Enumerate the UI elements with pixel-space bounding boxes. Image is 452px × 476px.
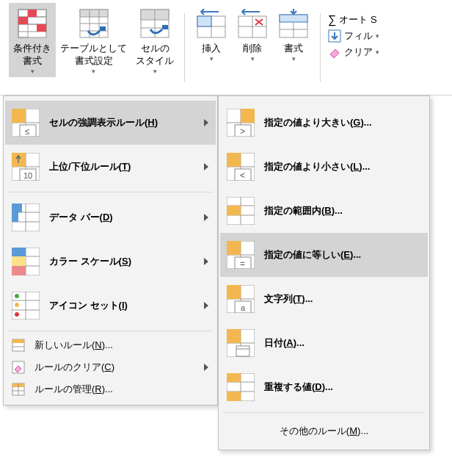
text-contains-item[interactable]: a 文字列(T)... — [220, 277, 428, 321]
clear-rules-icon — [11, 360, 26, 375]
menu-item-label: アイコン セット(I) — [49, 299, 204, 312]
menu-item-label: カラー スケール(S) — [49, 255, 204, 268]
chevron-down-icon: ▾ — [210, 55, 214, 64]
submenu-arrow-icon — [204, 119, 208, 126]
highlight-cells-rules-item[interactable]: ≤ セルの強調表示ルール(H) — [5, 101, 216, 145]
conditional-format-label: 条件付き 書式 — [13, 43, 51, 68]
manage-rules-icon — [11, 382, 26, 397]
insert-label: 挿入 — [202, 43, 221, 55]
svg-text:≤: ≤ — [25, 126, 30, 137]
duplicate-values-item[interactable]: 重複する値(D)... — [220, 365, 428, 409]
autosum-button[interactable]: ∑ オート S — [328, 13, 379, 26]
delete-button[interactable]: 削除 ▾ — [232, 3, 273, 65]
svg-rect-104 — [227, 329, 241, 343]
data-bars-item[interactable]: データ バー(D) — [5, 195, 216, 239]
conditional-format-menu: ≤ セルの強調表示ルール(H) 10 上位/下位ルール(T) データ バー(D)… — [3, 95, 218, 405]
greater-than-item[interactable]: > 指定の値より大きい(G)... — [220, 101, 428, 145]
clear-rules-item[interactable]: ルールのクリア(C) — [5, 356, 216, 378]
menu-item-label: 上位/下位ルール(T) — [49, 160, 204, 173]
new-rule-item[interactable]: 新しいルール(N)... — [5, 334, 216, 356]
chevron-down-icon: ▾ — [376, 32, 379, 40]
svg-rect-92 — [227, 241, 241, 255]
svg-text:>: > — [240, 126, 245, 137]
top-bottom-rules-item[interactable]: 10 上位/下位ルール(T) — [5, 145, 216, 189]
ribbon-group-editing: ∑ オート S フィル ▾ クリア ▾ — [321, 0, 382, 59]
manage-rules-item[interactable]: ルールの管理(R)... — [5, 378, 216, 400]
top-bottom-icon: 10 — [11, 152, 40, 181]
conditional-format-button[interactable]: 条件付き 書式 ▾ — [9, 3, 56, 77]
svg-rect-35 — [12, 109, 26, 123]
delete-label: 削除 — [243, 43, 262, 55]
eraser-icon — [328, 46, 341, 59]
format-as-table-button[interactable]: テーブルとして 書式設定 ▾ — [56, 3, 131, 77]
submenu-arrow-icon — [204, 214, 208, 221]
svg-rect-9 — [80, 10, 108, 17]
svg-rect-28 — [280, 15, 307, 22]
svg-text:=: = — [240, 259, 245, 269]
equal-to-item[interactable]: = 指定の値に等しい(E)... — [220, 233, 428, 277]
fill-down-icon — [328, 29, 341, 43]
submenu-arrow-icon — [204, 364, 208, 371]
date-occurring-item[interactable]: 日付(A)... — [220, 321, 428, 365]
less-than-item[interactable]: < 指定の値より小さい(L)... — [220, 145, 428, 189]
color-scales-icon — [11, 247, 40, 276]
insert-icon — [195, 7, 227, 40]
more-rules-item[interactable]: その他のルール(M)... — [220, 416, 428, 445]
menu-item-label: ルールの管理(R)... — [34, 383, 208, 396]
submenu-arrow-icon — [204, 163, 208, 170]
chevron-down-icon: ▾ — [31, 68, 34, 76]
highlight-cells-submenu: > 指定の値より大きい(G)... < 指定の値より小さい(L)... 指定の範… — [218, 95, 430, 450]
data-bars-icon — [11, 203, 40, 232]
between-icon — [226, 196, 255, 226]
cell-styles-label: セルの スタイル — [136, 43, 174, 68]
svg-rect-65 — [12, 339, 24, 343]
menu-item-label: 指定の値に等しい(E)... — [264, 248, 420, 262]
color-scales-item[interactable]: カラー スケール(S) — [5, 239, 216, 284]
insert-button[interactable]: 挿入 ▾ — [191, 3, 232, 65]
svg-rect-6 — [18, 17, 28, 24]
less-than-icon: < — [226, 152, 255, 181]
text-contains-icon: a — [226, 284, 255, 314]
cell-styles-button[interactable]: セルの スタイル ▾ — [131, 3, 178, 77]
svg-rect-23 — [197, 16, 211, 26]
menu-separator — [8, 331, 213, 331]
svg-rect-14 — [100, 26, 106, 31]
svg-rect-81 — [227, 153, 241, 167]
format-as-table-label: テーブルとして 書式設定 — [60, 43, 127, 68]
ribbon: 条件付き 書式 ▾ テーブルとして 書式設定 ▾ セルの スタイル ▾ 挿入 ▾ — [0, 0, 452, 95]
menu-item-label: ルールのクリア(C) — [34, 361, 204, 374]
svg-rect-56 — [12, 266, 26, 275]
chevron-down-icon: ▾ — [153, 68, 157, 76]
svg-point-62 — [15, 303, 19, 307]
chevron-down-icon: ▾ — [251, 55, 255, 64]
menu-separator — [8, 192, 213, 192]
menu-item-label: 文字列(T)... — [264, 292, 420, 306]
svg-rect-105 — [236, 346, 249, 356]
icon-sets-item[interactable]: アイコン セット(I) — [5, 284, 216, 328]
svg-rect-54 — [12, 248, 26, 256]
format-button[interactable]: 書式 ▾ — [273, 3, 314, 65]
format-as-table-icon — [78, 7, 110, 40]
menu-item-label: 指定の範囲内(B)... — [264, 204, 420, 217]
fill-label: フィル — [344, 29, 373, 43]
chevron-down-icon: ▾ — [92, 68, 95, 76]
icon-sets-icon — [11, 291, 40, 320]
menu-item-label: 指定の値より大きい(G)... — [264, 116, 420, 129]
clear-button[interactable]: クリア ▾ — [328, 46, 379, 59]
menu-item-label: 新しいルール(N)... — [34, 339, 208, 352]
menu-item-label: 指定の値より小さい(L)... — [264, 160, 420, 173]
svg-point-61 — [15, 294, 19, 298]
menu-item-label: データ バー(D) — [49, 211, 204, 224]
delete-icon — [236, 7, 269, 40]
duplicate-icon — [226, 372, 255, 402]
svg-rect-88 — [227, 206, 241, 215]
svg-rect-111 — [227, 373, 241, 382]
svg-rect-48 — [12, 203, 22, 212]
between-item[interactable]: 指定の範囲内(B)... — [220, 189, 428, 233]
fill-button[interactable]: フィル ▾ — [328, 29, 379, 43]
chevron-down-icon: ▾ — [376, 48, 379, 56]
svg-rect-5 — [28, 10, 37, 17]
new-rule-icon — [11, 338, 26, 353]
svg-point-63 — [15, 312, 19, 317]
chevron-down-icon: ▾ — [292, 55, 296, 64]
